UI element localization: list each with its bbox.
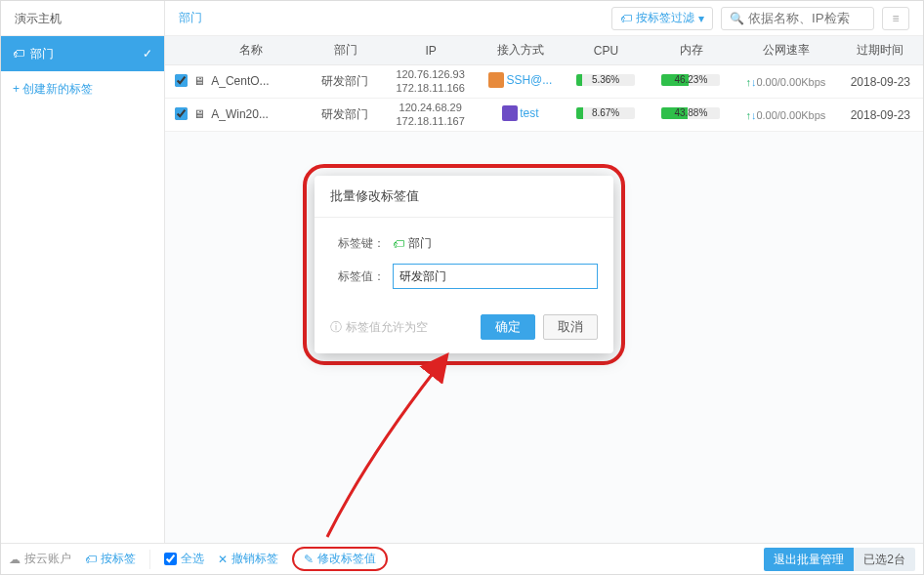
row-checkbox[interactable] (175, 107, 188, 120)
confirm-button[interactable]: 确定 (481, 314, 535, 340)
sidebar-tag-label: 部门 (30, 36, 54, 71)
select-all-label: 全选 (181, 551, 204, 567)
cloud-icon: ☁ (9, 553, 21, 566)
tag-key-text: 部门 (408, 235, 432, 252)
footer-by-tag-tab[interactable]: 🏷 按标签 (85, 551, 136, 567)
hint-text: ⓘ 标签值允许为空 (330, 319, 428, 336)
select-all-toggle[interactable]: 全选 (164, 551, 204, 567)
cell-ip: 120.76.126.93172.18.11.166 (383, 68, 478, 94)
cell-exp: 2018-09-23 (838, 75, 923, 89)
create-tag-link[interactable]: + 创建新的标签 (1, 71, 164, 106)
tag-value-input[interactable] (393, 264, 598, 289)
filter-label: 按标签过滤 (636, 10, 694, 26)
sidebar-tag-dept[interactable]: 🏷 部门 ✓ (1, 36, 164, 71)
batch-modify-tag-dialog: 批量修改标签值 标签键： 🏷 部门 标签值： ⓘ 标签值允许为空 确定 取消 (315, 176, 613, 353)
cell-cpu: 8.67% (563, 107, 648, 122)
cell-name: 🖥A_Win20... (193, 107, 307, 123)
footer-by-cloud-tab[interactable]: ☁ 按云账户 (9, 551, 71, 567)
cell-conn[interactable]: test (478, 105, 563, 124)
cell-ip: 120.24.68.29172.18.11.167 (383, 102, 478, 127)
footer-bytag-label: 按标签 (101, 551, 136, 567)
th-mem: 内存 (649, 42, 734, 59)
select-all-checkbox[interactable] (164, 553, 177, 565)
row-checkbox[interactable] (175, 74, 188, 87)
exit-batch-button[interactable]: 退出批量管理 (764, 548, 854, 571)
search-input[interactable] (748, 11, 865, 25)
th-ip: IP (384, 44, 479, 58)
sidebar-host-title: 演示主机 (1, 1, 164, 36)
cell-net: ↑↓0.00/0.00Kbps (734, 76, 838, 88)
cell-dept: 研发部门 (308, 106, 384, 123)
close-icon: ✕ (218, 553, 228, 566)
modify-tag-value-button[interactable]: ✎ 修改标签值 (292, 547, 388, 571)
sort-icon: ≡ (892, 12, 899, 25)
revoke-label: 撤销标签 (231, 551, 278, 567)
cell-conn[interactable]: SSH@... (478, 72, 563, 91)
chevron-down-icon: ▾ (698, 12, 704, 25)
table-header: 名称 部门 IP 接入方式 CPU 内存 公网速率 过期时间 (165, 36, 923, 65)
os-icon: 🖥 (193, 74, 209, 90)
conn-icon (502, 105, 518, 121)
cancel-button[interactable]: 取消 (543, 314, 598, 340)
table-row[interactable]: 🖥A_Win20...研发部门120.24.68.29172.18.11.167… (165, 99, 923, 132)
cell-mem: 46.23% (649, 74, 734, 89)
th-conn: 接入方式 (479, 42, 564, 59)
footer-cloud-label: 按云账户 (24, 551, 71, 567)
th-exp: 过期时间 (838, 42, 923, 59)
edit-icon: ✎ (304, 553, 314, 566)
dialog-title: 批量修改标签值 (315, 176, 613, 218)
cell-mem: 43.88% (649, 107, 734, 122)
cell-exp: 2018-09-23 (838, 108, 923, 122)
filter-by-tag-dropdown[interactable]: 🏷 按标签过滤 ▾ (611, 7, 713, 30)
revoke-tag-button[interactable]: ✕ 撤销标签 (218, 551, 278, 567)
modify-label: 修改标签值 (317, 551, 376, 567)
search-icon: 🔍 (730, 12, 744, 25)
sort-menu-button[interactable]: ≡ (882, 7, 909, 30)
conn-icon (488, 72, 504, 88)
th-name: 名称 (194, 42, 308, 59)
divider (149, 550, 150, 569)
tag-key-label: 标签键： (330, 235, 393, 252)
th-dept: 部门 (308, 42, 384, 59)
cell-cpu: 5.36% (563, 74, 648, 89)
breadcrumb[interactable]: 部门 (179, 10, 202, 26)
tag-icon: 🏷 (85, 553, 97, 566)
tag-value-label: 标签值： (330, 268, 393, 285)
search-input-wrap[interactable]: 🔍 (721, 7, 874, 30)
tag-icon: 🏷 (13, 36, 24, 71)
info-icon: ⓘ (330, 319, 342, 336)
tag-icon: 🏷 (620, 12, 632, 25)
cell-net: ↑↓0.00/0.00Kbps (734, 109, 838, 121)
selected-count-badge: 已选2台 (854, 548, 915, 571)
cell-name: 🖥A_CentO... (193, 74, 307, 90)
os-icon: 🖥 (193, 107, 209, 123)
tag-key-value: 🏷 部门 (393, 235, 432, 252)
cell-dept: 研发部门 (308, 73, 384, 90)
th-net: 公网速率 (734, 42, 838, 59)
th-cpu: CPU (564, 44, 649, 58)
check-icon: ✓ (143, 36, 152, 71)
tag-icon: 🏷 (393, 237, 404, 251)
hint-label: 标签值允许为空 (346, 319, 428, 336)
table-row[interactable]: 🖥A_CentO...研发部门120.76.126.93172.18.11.16… (165, 65, 923, 99)
annotation-highlight: 批量修改标签值 标签键： 🏷 部门 标签值： ⓘ 标签值允许为空 确定 取消 (303, 164, 625, 365)
